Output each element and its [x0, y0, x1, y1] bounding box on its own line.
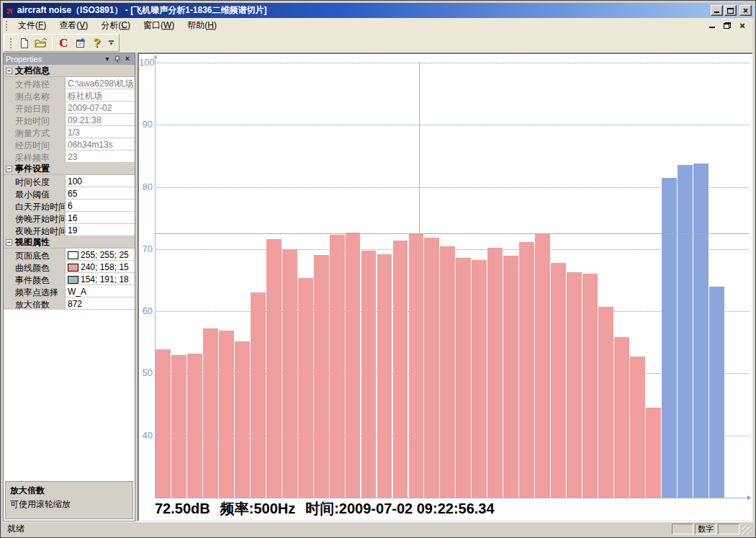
category-row[interactable]: −视图属性	[4, 236, 135, 248]
spectrum-bar[interactable]	[440, 246, 455, 498]
spectrum-bar[interactable]	[487, 248, 503, 498]
spectrum-bar[interactable]	[567, 272, 582, 498]
property-row[interactable]: 时间长度100	[4, 175, 135, 187]
new-document-button[interactable]	[16, 35, 32, 50]
collapse-icon[interactable]: −	[6, 239, 12, 246]
resize-grip[interactable]	[742, 526, 752, 535]
spectrum-bar[interactable]	[171, 355, 186, 498]
y-axis-line	[155, 58, 156, 498]
event-bar[interactable]	[693, 163, 708, 498]
property-row[interactable]: 最小阈值65	[4, 187, 135, 199]
event-bar[interactable]	[662, 178, 677, 498]
property-value: 6	[66, 199, 135, 211]
spectrum-bar[interactable]	[535, 233, 550, 498]
category-row[interactable]: −事件设置	[4, 163, 135, 175]
menu-analysis[interactable]: 分析(C)	[94, 18, 137, 33]
collapse-icon[interactable]: −	[6, 166, 12, 172]
spectrum-bar[interactable]	[424, 238, 439, 498]
panel-close-button[interactable]	[122, 55, 132, 64]
property-row[interactable]: 经历时间06h34m13s	[4, 138, 135, 151]
analysis-c-button[interactable]: C	[55, 35, 72, 50]
event-bar[interactable]	[678, 165, 693, 498]
spectrum-bar[interactable]	[472, 260, 487, 498]
property-row[interactable]: 采样频率23	[4, 151, 135, 163]
category-row[interactable]: −文档信息	[4, 65, 135, 77]
mdi-restore-button[interactable]	[722, 22, 732, 30]
spectrum-bar[interactable]	[156, 349, 171, 498]
spectrum-bar[interactable]	[314, 255, 329, 498]
spectrum-bar[interactable]	[582, 274, 598, 498]
property-row[interactable]: 开始日期2009-07-02	[4, 102, 135, 114]
property-row[interactable]: 页面底色255; 255; 25	[4, 248, 135, 261]
maximize-button[interactable]	[724, 5, 737, 16]
spectrum-bar[interactable]	[551, 263, 566, 498]
property-row[interactable]: 放大倍数872	[4, 297, 135, 310]
mdi-close-button[interactable]	[737, 22, 747, 30]
toolbar-overflow-button[interactable]	[107, 35, 116, 50]
collapse-icon[interactable]: −	[6, 68, 12, 74]
spectrum-bar[interactable]	[519, 242, 534, 498]
property-row[interactable]: 曲线颜色240; 158; 15	[4, 261, 135, 273]
property-label: 曲线颜色	[4, 261, 66, 272]
menu-window[interactable]: 窗口(W)	[137, 18, 181, 33]
mdi-minimize-button[interactable]	[707, 22, 717, 30]
property-value: 255; 255; 25	[66, 248, 135, 260]
spectrum-bar[interactable]	[630, 357, 645, 498]
spectrum-bar[interactable]	[646, 408, 661, 498]
status-pane-scrl	[718, 524, 739, 534]
spectrum-bar[interactable]	[346, 233, 361, 498]
spectrum-bar[interactable]	[377, 254, 392, 498]
spectrum-bar[interactable]	[614, 337, 629, 498]
spectrum-bar[interactable]	[393, 241, 408, 498]
property-row[interactable]: 白天开始时间6	[4, 199, 135, 212]
property-row[interactable]: 文件路径C:\awa6298\机场	[4, 77, 135, 89]
cursor-readout: 72.50dB频率:500Hz时间:2009-07-02 09:22:56.34	[155, 499, 505, 519]
spectrum-bar[interactable]	[330, 235, 345, 498]
properties-button[interactable]	[72, 35, 89, 50]
event-bar[interactable]	[709, 287, 724, 498]
y-tick-label: 70	[139, 243, 153, 254]
panel-pin-button[interactable]	[112, 55, 122, 64]
toolbar-grip[interactable]	[10, 38, 12, 48]
category-title: 事件设置	[15, 163, 50, 175]
spectrum-bar[interactable]	[203, 328, 218, 498]
spectrum-bar[interactable]	[251, 292, 266, 498]
spectrum-bar[interactable]	[503, 256, 518, 498]
spectrum-bar[interactable]	[266, 239, 282, 498]
spectrum-bar[interactable]	[235, 341, 250, 498]
close-button[interactable]	[739, 5, 752, 16]
property-row[interactable]: 频率点选择W_A	[4, 285, 135, 297]
property-value: 100	[66, 175, 135, 187]
open-file-button[interactable]	[32, 35, 49, 50]
property-row[interactable]: 傍晚开始时间16	[4, 212, 135, 224]
menu-grip[interactable]	[6, 21, 8, 31]
property-row[interactable]: 测点名称栎社机场	[4, 89, 135, 102]
cursor-level: 72.50dB	[155, 501, 210, 516]
spectrum-plot[interactable]: 72.50dB频率:500Hz时间:2009-07-02 09:22:56.34…	[139, 54, 752, 520]
property-row[interactable]: 开始时间09:21:38	[4, 114, 135, 126]
property-row[interactable]: 事件颜色154; 191; 18	[4, 273, 135, 285]
property-row[interactable]: 测量方式1/3	[4, 126, 135, 138]
spectrum-bar[interactable]	[298, 278, 313, 498]
y-tick-label: 100	[139, 57, 153, 68]
minimize-button[interactable]	[711, 5, 723, 16]
properties-icon	[75, 37, 86, 49]
spectrum-bar[interactable]	[219, 331, 234, 498]
menu-view[interactable]: 查看(V)	[53, 18, 94, 33]
help-button[interactable]: ?	[89, 35, 105, 50]
property-value-text: 6	[68, 201, 73, 211]
spectrum-bar[interactable]	[456, 258, 471, 498]
menu-help[interactable]: 帮助(H)	[181, 18, 223, 33]
open-folder-icon	[35, 37, 48, 49]
spectrum-bar[interactable]	[598, 307, 613, 498]
property-label: 傍晚开始时间	[4, 212, 66, 223]
spectrum-bar[interactable]	[282, 249, 297, 498]
spectrum-bar[interactable]	[409, 234, 424, 498]
spectrum-bar[interactable]	[187, 354, 202, 498]
property-row[interactable]: 夜晚开始时间19	[4, 224, 135, 236]
menu-file[interactable]: 文件(F)	[12, 18, 53, 33]
panel-menu-button[interactable]	[102, 55, 112, 64]
analysis-c-icon: C	[59, 37, 68, 49]
spectrum-bar[interactable]	[361, 251, 377, 498]
crosshair-horizontal	[155, 233, 749, 234]
